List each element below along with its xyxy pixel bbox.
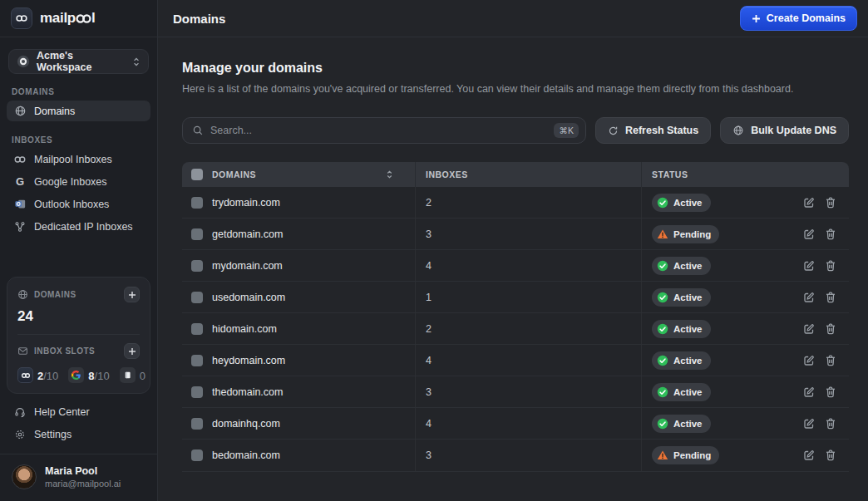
usage-card: DOMAINS 24 INBOX SLOTS: [7, 277, 150, 394]
edit-domain-button[interactable]: [802, 354, 816, 367]
edit-icon: [802, 322, 816, 336]
refresh-status-button[interactable]: Refresh Status: [595, 117, 711, 144]
inboxes-cell: 3: [415, 219, 641, 249]
slot-used: 0: [140, 370, 145, 382]
delete-domain-button[interactable]: [824, 322, 837, 336]
trash-icon: [824, 291, 837, 304]
table-row: hidomain.com 2 Active: [182, 313, 849, 345]
delete-domain-button[interactable]: [824, 291, 837, 304]
status-label: Active: [673, 198, 703, 208]
help-center-item[interactable]: Help Center: [7, 401, 150, 422]
keyboard-shortcut-badge: ⌘K: [554, 123, 579, 138]
status-badge: Active: [652, 288, 711, 307]
bulk-update-dns-button[interactable]: Bulk Update DNS: [720, 117, 849, 144]
domain-cell: hidomain.com: [212, 313, 415, 344]
edit-domain-button[interactable]: [802, 259, 816, 273]
inboxes-cell: 4: [415, 345, 641, 376]
column-header-status: STATUS: [641, 162, 791, 187]
avatar: [12, 464, 37, 489]
edit-domain-button[interactable]: [802, 291, 816, 304]
google-slot: 8/10: [68, 367, 109, 383]
slot-used: 8: [88, 370, 94, 382]
edit-icon: [802, 259, 816, 273]
sidebar-item-label: Outlook Inboxes: [34, 199, 109, 210]
create-domains-button[interactable]: Create Domains: [740, 6, 857, 31]
domain-cell: bedomain.com: [212, 440, 415, 471]
edit-domain-button[interactable]: [802, 228, 816, 241]
add-domain-button[interactable]: [124, 287, 140, 302]
edit-domain-button[interactable]: [802, 322, 816, 336]
sidebar-item-mailpool-inboxes[interactable]: Mailpool Inboxes: [7, 149, 150, 169]
row-checkbox[interactable]: [191, 449, 203, 461]
table-row: usedomain.com 1 Active: [182, 282, 849, 313]
status-badge: Active: [652, 194, 711, 212]
inboxes-cell: 2: [415, 187, 641, 218]
edit-domain-button[interactable]: [802, 417, 816, 430]
sidebar-item-outlook-inboxes[interactable]: Outlook Inboxes: [7, 194, 150, 214]
warning-triangle-icon: [657, 449, 668, 461]
app-window: mailpl Acme's Workspace DOMAINS Domains …: [0, 0, 868, 501]
domain-cell: heydomain.com: [212, 345, 415, 376]
inboxes-cell: 4: [415, 250, 641, 281]
help-center-label: Help Center: [34, 406, 90, 418]
table-row: trydomain.com 2 Active: [182, 187, 849, 219]
edit-domain-button[interactable]: [802, 386, 816, 399]
add-inbox-slot-button[interactable]: [124, 343, 140, 359]
trash-icon: [824, 228, 837, 241]
delete-domain-button[interactable]: [824, 259, 837, 273]
domains-usage-label: DOMAINS: [34, 290, 118, 299]
delete-domain-button[interactable]: [824, 354, 837, 367]
delete-domain-button[interactable]: [824, 386, 837, 399]
search-box[interactable]: ⌘K: [182, 117, 586, 144]
row-checkbox[interactable]: [191, 355, 203, 366]
check-circle-icon: [657, 292, 668, 303]
settings-item[interactable]: Settings: [7, 424, 150, 445]
inboxes-cell: 2: [415, 313, 641, 344]
trash-icon: [824, 386, 837, 399]
domain-cell: trydomain.com: [212, 187, 415, 218]
sort-updown-icon[interactable]: [386, 169, 393, 179]
domain-cell: mydomain.com: [212, 250, 415, 281]
edit-domain-button[interactable]: [802, 196, 816, 209]
row-checkbox[interactable]: [191, 260, 203, 272]
select-all-checkbox[interactable]: [191, 169, 203, 180]
search-input[interactable]: [210, 125, 547, 136]
status-badge: Pending: [652, 446, 719, 464]
delete-domain-button[interactable]: [824, 228, 837, 241]
inbox-slots-label: INBOX SLOTS: [34, 346, 118, 356]
row-checkbox[interactable]: [191, 197, 203, 209]
inboxes-cell: 3: [415, 440, 641, 471]
slot-suffix: /10: [43, 370, 58, 382]
delete-domain-button[interactable]: [824, 449, 837, 462]
delete-domain-button[interactable]: [824, 417, 837, 430]
top-bar: Domains Create Domains: [158, 0, 868, 37]
domains-table: DOMAINS INBOXES STATUS trydomain.com 2: [182, 162, 849, 472]
sidebar-item-domains[interactable]: Domains: [7, 101, 150, 121]
row-checkbox[interactable]: [191, 386, 203, 398]
row-checkbox[interactable]: [191, 323, 203, 335]
refresh-icon: [608, 125, 619, 136]
inboxes-cell: 4: [415, 408, 641, 439]
row-checkbox[interactable]: [191, 418, 203, 430]
edit-domain-button[interactable]: [802, 449, 816, 462]
status-badge: Active: [652, 351, 711, 370]
user-email: maria@mailpool.ai: [45, 479, 121, 489]
sidebar-item-label: Domains: [34, 106, 75, 117]
inboxes-cell: 1: [415, 282, 641, 312]
workspace-selector[interactable]: Acme's Workspace: [8, 49, 149, 74]
row-checkbox[interactable]: [191, 292, 203, 303]
status-label: Pending: [673, 229, 711, 239]
main-panel: Domains Create Domains Manage your domai…: [158, 0, 868, 501]
user-profile[interactable]: Maria Pool maria@mailpool.ai: [0, 454, 157, 501]
table-row: mydomain.com 4 Active: [182, 250, 849, 282]
wordmark-pre: mailp: [40, 10, 76, 27]
sidebar-item-dedicated-ip-inboxes[interactable]: Dedicated IP Inboxes: [7, 216, 150, 237]
row-checkbox[interactable]: [191, 228, 203, 240]
sidebar-item-google-inboxes[interactable]: G Google Inboxes: [7, 171, 150, 192]
table-header: DOMAINS INBOXES STATUS: [182, 162, 849, 187]
status-label: Pending: [673, 450, 711, 460]
delete-domain-button[interactable]: [824, 196, 837, 209]
domain-cell: thedomain.com: [212, 376, 415, 407]
workspace-icon: [17, 55, 30, 68]
brand-wordmark: mailpl: [40, 10, 95, 27]
